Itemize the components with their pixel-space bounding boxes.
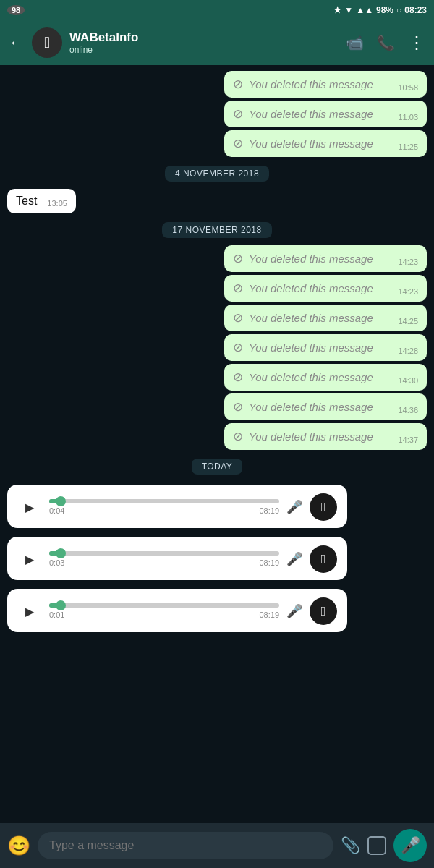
mic-record-button[interactable]: 🎤 bbox=[393, 829, 427, 862]
date-separator-1: 4 NOVEMBER 2018 bbox=[7, 166, 427, 182]
deleted-text-nov-2: You deleted this message bbox=[249, 282, 388, 294]
msg-time-2: 11:03 bbox=[398, 113, 418, 122]
audio-msg-2: ▶ 0:03 08:19 🎤  bbox=[7, 537, 347, 580]
back-button[interactable]: ← bbox=[9, 33, 25, 52]
status-bar: 98 ★ ▼ ▲▲ 98% ○ 08:23 bbox=[0, 0, 434, 20]
audio-avatar-1:  bbox=[310, 493, 337, 521]
deleted-msg-1: ⊘ You deleted this message 10:58 bbox=[224, 71, 427, 98]
audio-timestamp-1: 08:19 bbox=[259, 506, 279, 515]
deleted-text-1: You deleted this message bbox=[249, 78, 388, 90]
bluetooth-icon: ★ bbox=[333, 5, 341, 15]
waveform-1: 0:04 08:19 bbox=[49, 499, 279, 515]
audio-times-1: 0:04 08:19 bbox=[49, 506, 279, 515]
clock: 08:23 bbox=[404, 5, 427, 15]
contact-name: WABetaInfo bbox=[69, 30, 339, 45]
deleted-nov-2: ⊘ You deleted this message 14:23 bbox=[224, 275, 427, 302]
blocked-icon-nov-7: ⊘ bbox=[233, 429, 243, 444]
waveform-2: 0:03 08:19 bbox=[49, 551, 279, 567]
contact-avatar:  bbox=[32, 27, 62, 58]
contact-status: online bbox=[69, 45, 339, 55]
waveform-bar-3 bbox=[49, 603, 279, 608]
blocked-icon-1: ⊘ bbox=[233, 77, 243, 92]
msg-time-nov-2: 14:23 bbox=[398, 287, 418, 296]
deleted-msg-2: ⊘ You deleted this message 11:03 bbox=[224, 101, 427, 127]
bottom-bar: 😊 📎 🎤 bbox=[0, 823, 434, 868]
msg-time-3: 11:25 bbox=[398, 142, 418, 151]
camera-button[interactable] bbox=[367, 836, 386, 855]
audio-timestamp-2: 08:19 bbox=[259, 558, 279, 567]
wifi-icon: ▼ bbox=[344, 5, 353, 15]
apple-logo-audio-2:  bbox=[321, 552, 326, 567]
test-msg-text: Test bbox=[16, 195, 37, 208]
waveform-dot-3 bbox=[56, 600, 66, 610]
battery-icon: ○ bbox=[396, 5, 401, 15]
blocked-icon-nov-4: ⊘ bbox=[233, 340, 243, 355]
date-label-2: 17 NOVEMBER 2018 bbox=[162, 222, 271, 238]
waveform-dot-2 bbox=[56, 548, 66, 558]
blocked-icon-nov-1: ⊘ bbox=[233, 251, 243, 266]
msg-time-nov-6: 14:36 bbox=[398, 406, 418, 414]
battery-level: 98% bbox=[376, 5, 393, 15]
audio-times-2: 0:03 08:19 bbox=[49, 558, 279, 567]
deleted-nov-3: ⊘ You deleted this message 14:25 bbox=[224, 305, 427, 331]
deleted-text-nov-6: You deleted this message bbox=[249, 401, 388, 413]
mic-icon-3: 🎤 bbox=[286, 603, 302, 619]
blocked-icon-2: ⊘ bbox=[233, 106, 243, 122]
deleted-nov-1: ⊘ You deleted this message 14:23 bbox=[224, 245, 427, 272]
notification-count: 98 bbox=[7, 5, 25, 15]
header-actions: 📹 📞 ⋮ bbox=[346, 33, 425, 53]
waveform-dot-1 bbox=[56, 496, 66, 506]
audio-msg-3: ▶ 0:01 08:19 🎤  bbox=[7, 589, 347, 632]
msg-time-1: 10:58 bbox=[398, 83, 418, 92]
waveform-bar-1 bbox=[49, 499, 279, 503]
deleted-msg-3: ⊘ You deleted this message 11:25 bbox=[224, 130, 427, 157]
date-label-1: 4 NOVEMBER 2018 bbox=[165, 166, 269, 182]
deleted-text-nov-4: You deleted this message bbox=[249, 341, 388, 354]
waveform-3: 0:01 08:19 bbox=[49, 603, 279, 619]
audio-msg-1: ▶ 0:04 08:19 🎤  bbox=[7, 485, 347, 528]
deleted-text-nov-1: You deleted this message bbox=[249, 252, 388, 265]
deleted-nov-5: ⊘ You deleted this message 14:30 bbox=[224, 364, 427, 391]
status-left: 98 bbox=[7, 5, 25, 15]
deleted-nov-4: ⊘ You deleted this message 14:28 bbox=[224, 334, 427, 361]
msg-time-nov-3: 14:25 bbox=[398, 317, 418, 326]
audio-timestamp-3: 08:19 bbox=[259, 610, 279, 619]
emoji-button[interactable]: 😊 bbox=[7, 835, 30, 857]
deleted-nov-7: ⊘ You deleted this message 14:37 bbox=[224, 423, 427, 450]
voice-call-button[interactable]: 📞 bbox=[377, 34, 395, 51]
play-button-1[interactable]: ▶ bbox=[17, 495, 42, 519]
signal-icon: ▲▲ bbox=[356, 5, 373, 15]
apple-logo-audio-1:  bbox=[321, 500, 326, 515]
deleted-text-nov-5: You deleted this message bbox=[249, 371, 388, 383]
audio-times-3: 0:01 08:19 bbox=[49, 610, 279, 619]
header-info: WABetaInfo online bbox=[69, 30, 339, 55]
waveform-bar-2 bbox=[49, 551, 279, 556]
date-separator-2: 17 NOVEMBER 2018 bbox=[7, 222, 427, 238]
deleted-text-3: You deleted this message bbox=[249, 137, 388, 150]
msg-time-nov-7: 14:37 bbox=[398, 435, 418, 444]
date-label-today: TODAY bbox=[192, 459, 243, 475]
message-input[interactable] bbox=[38, 832, 333, 859]
blocked-icon-nov-2: ⊘ bbox=[233, 281, 243, 296]
apple-logo-icon:  bbox=[44, 33, 50, 52]
video-call-button[interactable]: 📹 bbox=[346, 34, 364, 51]
play-button-2[interactable]: ▶ bbox=[17, 547, 42, 571]
audio-duration-1: 0:04 bbox=[49, 506, 64, 515]
date-separator-today: TODAY bbox=[7, 459, 427, 475]
deleted-text-2: You deleted this message bbox=[249, 108, 388, 120]
test-msg-time: 13:05 bbox=[47, 199, 67, 208]
deleted-text-nov-7: You deleted this message bbox=[249, 430, 388, 443]
blocked-icon-nov-5: ⊘ bbox=[233, 370, 243, 385]
audio-avatar-3:  bbox=[310, 597, 337, 625]
apple-logo-audio-3:  bbox=[321, 604, 326, 619]
received-msg-test: Test 13:05 bbox=[7, 189, 76, 213]
mic-icon-2: 🎤 bbox=[286, 551, 302, 567]
audio-duration-2: 0:03 bbox=[49, 558, 64, 567]
mic-record-icon: 🎤 bbox=[401, 836, 420, 855]
chat-header: ←  WABetaInfo online 📹 📞 ⋮ bbox=[0, 20, 434, 65]
blocked-icon-nov-6: ⊘ bbox=[233, 399, 243, 414]
menu-button[interactable]: ⋮ bbox=[408, 33, 425, 53]
attach-button[interactable]: 📎 bbox=[341, 836, 360, 855]
play-button-3[interactable]: ▶ bbox=[17, 599, 42, 624]
msg-time-nov-1: 14:23 bbox=[398, 258, 418, 266]
